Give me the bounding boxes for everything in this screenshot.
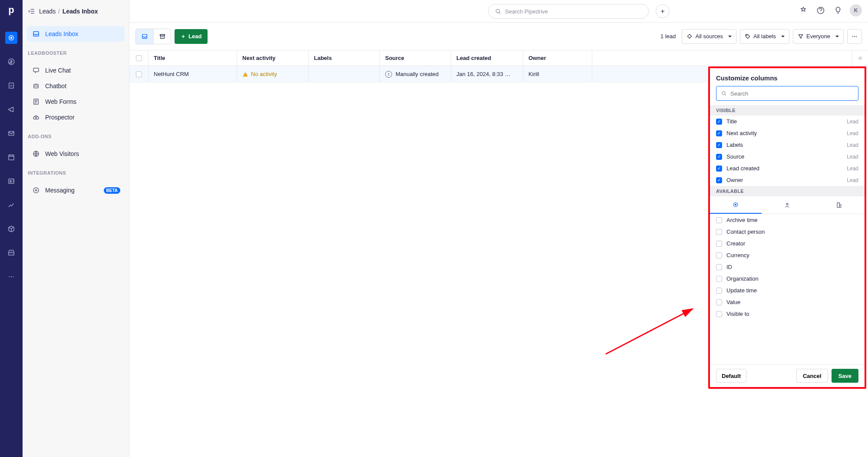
rail-marketplace-icon[interactable] [5,247,17,259]
visible-option[interactable]: LabelsLead [710,139,865,151]
user-avatar[interactable]: K [850,4,862,17]
rail-products-icon[interactable] [5,223,17,235]
column-title[interactable]: Title [149,50,237,66]
available-option[interactable]: Visible to [710,308,865,320]
warning-icon [242,71,248,77]
column-next-activity[interactable]: Next activity [237,50,309,66]
quick-add-button[interactable] [656,4,670,18]
cell-source: Manually created [380,66,451,82]
filter-owner[interactable]: Everyone [793,29,844,44]
visible-option[interactable]: Next activityLead [710,127,865,139]
checkbox-checked-icon[interactable] [716,130,722,136]
checkbox-checked-icon[interactable] [716,119,722,125]
available-option[interactable]: Archive time [710,214,865,226]
visible-option[interactable]: OwnerLead [710,174,865,186]
rail-contacts-icon[interactable] [5,175,17,187]
sidebar-item-chatbot[interactable]: Chatbot [27,78,125,94]
checkbox-checked-icon[interactable] [716,177,722,183]
available-option[interactable]: Currency [710,249,865,261]
add-lead-label: Lead [188,33,201,40]
sidebar-item-web-visitors[interactable]: Web Visitors [27,146,125,162]
checkbox-icon[interactable] [716,252,722,258]
column-labels[interactable]: Labels [309,50,380,66]
globe-icon [32,150,40,158]
filter-labels[interactable]: All labels [740,29,789,44]
column-owner[interactable]: Owner [523,50,592,66]
sidebar-section-header: LEADBOOSTER [23,42,129,59]
available-option[interactable]: Creator [710,238,865,249]
sidebar-item-prospector[interactable]: Prospector [27,109,125,125]
tab-person-fields[interactable] [762,196,813,214]
save-button[interactable]: Save [832,369,858,383]
checkbox-checked-icon[interactable] [716,154,722,160]
checkbox-icon[interactable] [716,241,722,247]
tips-icon[interactable] [832,5,844,16]
available-header: AVAILABLE [710,186,865,196]
rail-insights-icon[interactable] [5,199,17,211]
filter-sources[interactable]: All sources [682,29,736,44]
available-option[interactable]: Contact person [710,226,865,238]
column-source[interactable]: Source [380,50,451,66]
visible-option[interactable]: SourceLead [710,151,865,162]
rail-deals-icon[interactable] [5,56,17,68]
select-all-checkbox[interactable] [129,50,149,66]
help-icon[interactable] [815,5,826,16]
customize-columns-button[interactable] [852,50,868,66]
sidebar-item-web-forms[interactable]: Web Forms [27,94,125,109]
option-type: Lead [847,130,858,136]
collapse-sidebar-icon[interactable] [28,7,36,15]
chat-icon [32,66,40,74]
search-icon [495,8,502,15]
checkbox-icon[interactable] [716,264,722,270]
rail-projects-icon[interactable] [5,79,17,92]
rail-more-icon[interactable] [5,271,17,283]
svg-point-14 [35,86,36,86]
add-lead-button[interactable]: Lead [175,29,208,44]
checkbox-icon[interactable] [716,311,722,317]
bot-icon [32,82,40,90]
tab-lead-fields[interactable] [710,196,762,214]
checkbox-checked-icon[interactable] [716,142,722,148]
option-label: ID [726,264,732,270]
search-icon [721,90,727,96]
option-label: Organization [726,275,759,282]
rail-campaigns-icon[interactable] [5,103,17,116]
available-option[interactable]: ID [710,261,865,273]
sidebar-item-live-chat[interactable]: Live Chat [27,63,125,78]
available-option[interactable]: Value [710,296,865,308]
rail-activities-icon[interactable] [5,151,17,163]
checkbox-icon[interactable] [716,299,722,305]
cell-next-text: No activity [251,71,277,77]
panel-search[interactable] [716,86,858,101]
available-option[interactable]: Organization [710,273,865,285]
option-label: Labels [726,142,743,148]
view-inbox-button[interactable] [136,29,153,44]
global-search[interactable]: Search Pipedrive [488,4,649,19]
available-option[interactable]: Update time [710,285,865,296]
row-checkbox[interactable] [129,66,149,82]
visible-option[interactable]: Lead createdLead [710,162,865,174]
cell-labels [309,66,380,82]
checkbox-icon[interactable] [716,229,722,235]
sidebar-item-messaging[interactable]: Messaging BETA [27,182,125,198]
breadcrumb-parent[interactable]: Leads [39,8,56,15]
tab-org-fields[interactable] [813,196,865,214]
rail-leads-icon[interactable] [5,32,17,44]
checkbox-checked-icon[interactable] [716,166,722,172]
checkbox-icon[interactable] [716,288,722,294]
rail-mail-icon[interactable] [5,127,17,139]
default-button[interactable]: Default [716,369,746,383]
checkbox-icon[interactable] [716,276,722,282]
checkbox-icon[interactable] [716,217,722,223]
binoculars-icon [32,113,40,121]
svg-rect-5 [9,155,14,160]
sidebar-item-leads-inbox[interactable]: Leads Inbox [27,26,125,42]
addon-icon[interactable] [798,5,809,16]
more-actions-button[interactable] [847,29,862,44]
toolbar: Lead 1 lead All sources All labels Every… [129,23,868,50]
view-archive-button[interactable] [153,29,171,44]
visible-option[interactable]: TitleLead [710,116,865,127]
panel-search-input[interactable] [730,90,854,97]
column-lead-created[interactable]: Lead created [451,50,523,66]
cancel-button[interactable]: Cancel [796,369,828,383]
